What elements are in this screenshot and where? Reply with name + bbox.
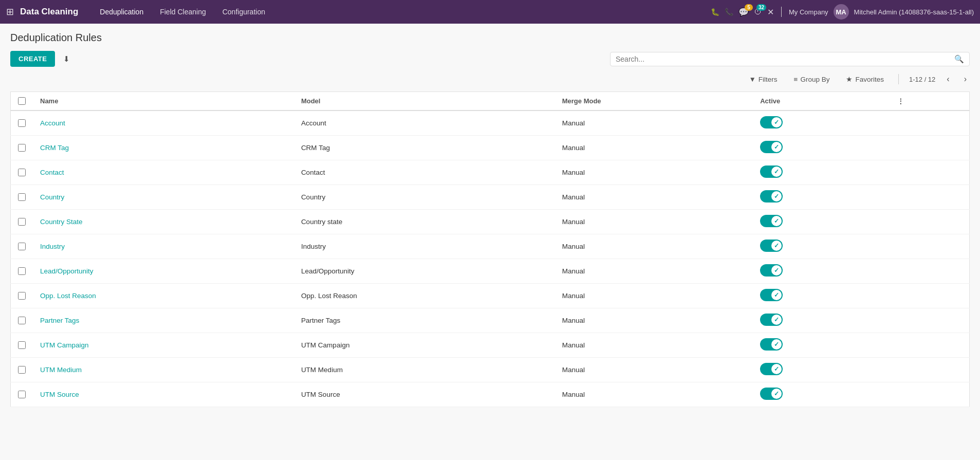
- row-checkbox[interactable]: [18, 317, 26, 324]
- toggle-knob: ✓: [771, 117, 782, 127]
- row-checkbox[interactable]: [18, 341, 26, 349]
- row-name-link[interactable]: CRM Tag: [40, 144, 69, 152]
- row-name: Industry: [33, 234, 294, 259]
- row-checkbox[interactable]: [18, 144, 26, 152]
- company-name[interactable]: My Company: [789, 8, 828, 16]
- nav-configuration[interactable]: Configuration: [215, 5, 272, 19]
- row-model: Contact: [294, 160, 555, 185]
- row-name-link[interactable]: Country: [40, 193, 64, 201]
- username-label[interactable]: Mitchell Admin (14088376-saas-15-1-all): [854, 8, 974, 16]
- row-active: ✓: [753, 382, 890, 407]
- row-name-link[interactable]: Contact: [40, 169, 64, 176]
- row-active: ✓: [753, 210, 890, 234]
- row-checkbox[interactable]: [18, 292, 26, 300]
- col-active[interactable]: Active: [753, 92, 890, 111]
- active-toggle[interactable]: ✓: [760, 190, 783, 203]
- active-toggle[interactable]: ✓: [760, 215, 783, 227]
- separator: [781, 7, 782, 17]
- app-grid-icon[interactable]: ⊞: [6, 6, 14, 17]
- toggle-check-icon: ✓: [774, 341, 779, 348]
- table-row: Lead/Opportunity Lead/Opportunity Manual…: [11, 259, 970, 284]
- col-name[interactable]: Name: [33, 92, 294, 111]
- row-name-link[interactable]: UTM Source: [40, 391, 79, 398]
- download-button[interactable]: ⬇: [59, 51, 74, 67]
- row-merge-mode: Manual: [555, 284, 753, 308]
- row-checkbox[interactable]: [18, 119, 26, 127]
- filter-row: ▼ Filters ≡ Group By ★ Favorites 1-12 / …: [10, 73, 970, 85]
- nav-deduplication[interactable]: Deduplication: [93, 5, 151, 19]
- row-model: UTM Source: [294, 382, 555, 407]
- toggle-knob: ✓: [771, 167, 782, 177]
- row-checkbox-cell: [11, 382, 33, 407]
- toggle-knob: ✓: [771, 364, 782, 374]
- search-input[interactable]: [616, 55, 954, 63]
- toggle-knob: ✓: [771, 191, 782, 201]
- filters-button[interactable]: ▼ Filters: [745, 73, 781, 85]
- user-avatar[interactable]: MA: [834, 4, 849, 20]
- row-checkbox[interactable]: [18, 366, 26, 374]
- nav-field-cleaning[interactable]: Field Cleaning: [153, 5, 213, 19]
- prev-page-button[interactable]: ‹: [944, 73, 952, 85]
- row-name-link[interactable]: Country State: [40, 218, 83, 226]
- row-name: UTM Medium: [33, 358, 294, 382]
- row-name-link[interactable]: Account: [40, 119, 65, 127]
- row-checkbox[interactable]: [18, 267, 26, 275]
- col-options[interactable]: ⋮: [890, 92, 969, 111]
- close-icon[interactable]: ✕: [767, 7, 774, 17]
- row-active: ✓: [753, 259, 890, 284]
- row-name-link[interactable]: Industry: [40, 243, 65, 250]
- favorites-button[interactable]: ★ Favorites: [842, 73, 888, 85]
- active-toggle[interactable]: ✓: [760, 264, 783, 277]
- row-options: [890, 136, 969, 160]
- col-model[interactable]: Model: [294, 92, 555, 111]
- active-toggle[interactable]: ✓: [760, 363, 783, 375]
- search-icon[interactable]: 🔍: [954, 54, 964, 64]
- row-active: ✓: [753, 358, 890, 382]
- active-toggle[interactable]: ✓: [760, 240, 783, 252]
- toggle-knob: ✓: [771, 265, 782, 275]
- row-checkbox[interactable]: [18, 169, 26, 176]
- row-name-link[interactable]: Partner Tags: [40, 317, 79, 324]
- row-name-link[interactable]: UTM Medium: [40, 366, 82, 374]
- filters-label: Filters: [759, 76, 778, 83]
- row-name-link[interactable]: UTM Campaign: [40, 341, 89, 349]
- active-toggle[interactable]: ✓: [760, 165, 783, 178]
- row-active: ✓: [753, 185, 890, 210]
- row-options: [890, 333, 969, 358]
- row-name: Country: [33, 185, 294, 210]
- select-all-checkbox[interactable]: [18, 97, 26, 105]
- row-model: Industry: [294, 234, 555, 259]
- active-toggle[interactable]: ✓: [760, 388, 783, 400]
- toggle-check-icon: ✓: [774, 365, 779, 373]
- active-toggle[interactable]: ✓: [760, 314, 783, 326]
- col-merge-mode[interactable]: Merge Mode: [555, 92, 753, 111]
- row-options: [890, 284, 969, 308]
- row-checkbox[interactable]: [18, 193, 26, 201]
- chat-icon[interactable]: 💬 5: [738, 7, 749, 17]
- active-toggle[interactable]: ✓: [760, 141, 783, 153]
- row-options: [890, 111, 969, 136]
- create-button[interactable]: CREATE: [10, 51, 55, 67]
- top-navigation: ⊞ Data Cleaning Deduplication Field Clea…: [0, 0, 980, 24]
- row-checkbox[interactable]: [18, 243, 26, 250]
- active-toggle[interactable]: ✓: [760, 289, 783, 301]
- toggle-check-icon: ✓: [774, 168, 779, 175]
- active-toggle[interactable]: ✓: [760, 338, 783, 351]
- star-icon: ★: [846, 75, 853, 83]
- row-active: ✓: [753, 111, 890, 136]
- debug-icon[interactable]: 🐛: [711, 8, 719, 16]
- pagination-info: 1-12 / 12: [909, 76, 935, 83]
- row-checkbox[interactable]: [18, 218, 26, 226]
- group-by-button[interactable]: ≡ Group By: [790, 73, 834, 85]
- row-name-link[interactable]: Opp. Lost Reason: [40, 292, 96, 300]
- row-checkbox[interactable]: [18, 391, 26, 398]
- row-name: CRM Tag: [33, 136, 294, 160]
- row-checkbox-cell: [11, 185, 33, 210]
- row-merge-mode: Manual: [555, 333, 753, 358]
- row-name-link[interactable]: Lead/Opportunity: [40, 267, 94, 275]
- active-toggle[interactable]: ✓: [760, 116, 783, 128]
- activity-icon[interactable]: ⏱ 32: [754, 7, 762, 16]
- phone-icon[interactable]: 📞: [725, 8, 733, 16]
- next-page-button[interactable]: ›: [961, 73, 970, 85]
- row-merge-mode: Manual: [555, 234, 753, 259]
